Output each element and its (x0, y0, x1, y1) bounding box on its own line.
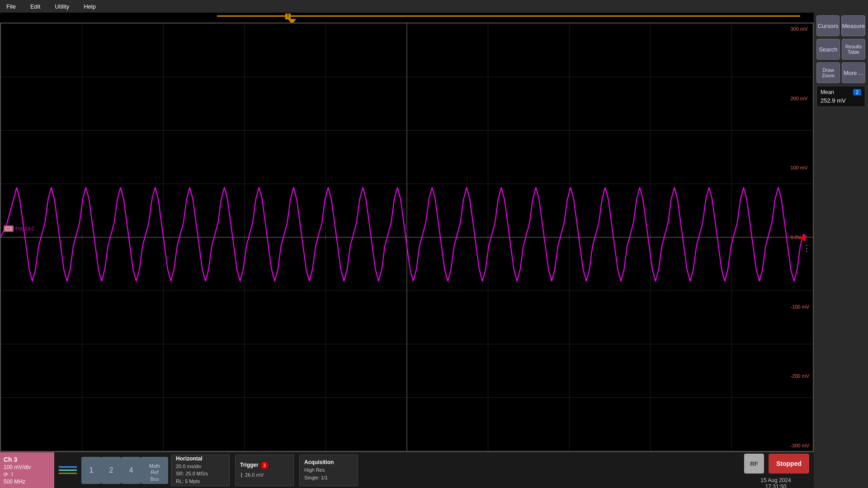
line-indicators (54, 466, 81, 474)
menu-bar: File Edit Utility Help (0, 0, 868, 13)
panel-row-3: Draw Zoom More ... (816, 62, 865, 83)
y-label-300: 300 mV (790, 26, 809, 32)
trigger-title: Trigger (240, 462, 259, 468)
trigger-header: Trigger 3 (240, 461, 289, 469)
trigger-info[interactable]: Trigger 3 ⌇ 26.0 mV (235, 455, 294, 486)
control-buttons: RF Stopped 15 Aug 2024 17:31:50 (738, 449, 814, 488)
time-display: 17:31:50 (760, 483, 791, 488)
ch3-volts: 100 mV/div (4, 464, 51, 470)
trigger-bar: T (0, 13, 814, 23)
ch4-button[interactable]: 4 (121, 457, 141, 484)
mean-value: 252.9 mV (821, 97, 861, 104)
search-button[interactable]: Search (816, 39, 840, 60)
scope-container: T 🔍 (0, 13, 814, 488)
grid-area[interactable]: 🔍 (1, 23, 813, 451)
horizontal-rl: RL: 5 Mpts (176, 478, 225, 485)
ch3-title: Ch 3 (4, 456, 51, 463)
date-display: 15 Aug 2024 (760, 477, 791, 483)
trigger-level: 26.0 mV (245, 471, 264, 479)
math-ref-bus-button[interactable]: MathRefBus (141, 457, 168, 484)
trigger-slope-icon: ⌇ (240, 472, 243, 479)
trigger-t-marker: T (285, 14, 291, 19)
rf-stopped-row: RF Stopped (742, 454, 809, 474)
ch3-coupling: ⟳ (4, 471, 8, 478)
y-label-n300: -300 mV (790, 443, 809, 448)
bottom-bar: Ch 3 100 mV/div ⟳ ⌇ 500 MHz 1 2 4 MathRe… (0, 452, 814, 488)
menu-file[interactable]: File (4, 2, 19, 11)
panel-row-1: Cursors Measure (816, 15, 865, 36)
grid-svg (1, 23, 813, 451)
results-table-button[interactable]: Results Table (842, 39, 865, 60)
mean-badge: 2 (853, 89, 861, 95)
channel-signal-name: FVUS3-C (15, 226, 35, 231)
line-ch1 (59, 466, 77, 468)
trigger-slope-row: ⌇ 26.0 mV (240, 471, 289, 479)
ch1-button[interactable]: 1 (81, 457, 101, 484)
draw-zoom-button[interactable]: Draw Zoom (816, 62, 840, 83)
measure-button[interactable]: Measure (841, 15, 865, 36)
cursors-button[interactable]: Cursors (816, 15, 840, 36)
dots-menu[interactable]: ⋮ (802, 245, 811, 251)
acquisition-single: Single: 1/1 (304, 474, 353, 482)
horizontal-rate: 20.0 ms/div (176, 463, 225, 470)
scope-frame: 🔍 (0, 23, 814, 452)
line-ch2 (59, 469, 77, 471)
main-area: T 🔍 (0, 13, 868, 488)
menu-help[interactable]: Help (81, 2, 99, 11)
horizontal-sr: SR: 25.0 MS/s (176, 470, 225, 478)
mean-title: Mean (821, 89, 834, 95)
ch3-info-box[interactable]: Ch 3 100 mV/div ⟳ ⌇ 500 MHz (0, 452, 54, 488)
acquisition-mode: High Res (304, 466, 353, 474)
ch3-ac-dc: ⌇ (11, 471, 14, 478)
acquisition-title: Acquisition (304, 459, 353, 465)
y-label-100: 100 mV (790, 165, 809, 170)
ch2-button[interactable]: 2 (101, 457, 121, 484)
trigger-badge: 3 (260, 461, 269, 469)
datetime-display: 15 Aug 2024 17:31:50 (759, 475, 793, 488)
channel-badge: C3 (4, 225, 14, 232)
menu-utility[interactable]: Utility (52, 2, 72, 11)
y-label-200: 200 mV (790, 96, 809, 101)
mean-header: Mean 2 (821, 89, 861, 95)
acquisition-info[interactable]: Acquisition High Res Single: 1/1 (299, 455, 358, 486)
more-button[interactable]: More ... (842, 62, 865, 83)
right-cursor-arrow: ◀ (799, 232, 806, 243)
channel-label-area: C3 FVUS3-C (4, 225, 35, 232)
y-label-n200: -200 mV (790, 373, 809, 379)
rf-button[interactable]: RF (744, 454, 764, 474)
mean-display: Mean 2 252.9 mV (816, 86, 865, 107)
line-ch4 (59, 473, 77, 474)
right-panel: Cursors Measure Search Results Table Dra… (814, 13, 868, 488)
y-label-n100: -100 mV (790, 304, 809, 310)
horizontal-title: Horizontal (176, 455, 225, 462)
menu-edit[interactable]: Edit (28, 2, 43, 11)
stopped-button[interactable]: Stopped (769, 454, 809, 474)
panel-row-2: Search Results Table (816, 39, 865, 60)
horizontal-info[interactable]: Horizontal 20.0 ms/div SR: 25.0 MS/s RL:… (171, 455, 230, 486)
ch3-bw: 500 MHz (4, 479, 51, 485)
timebase-bar (217, 15, 800, 17)
